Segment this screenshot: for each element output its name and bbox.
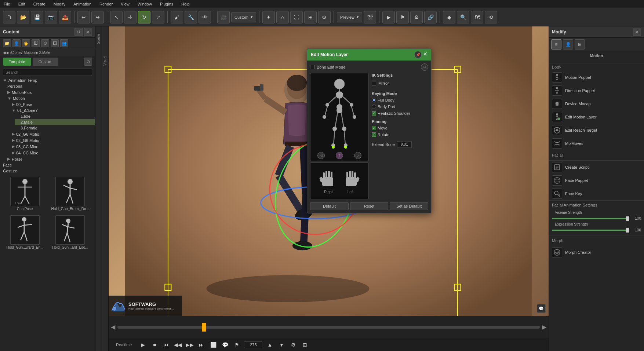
redo-button[interactable]: ↪ <box>91 11 104 23</box>
tree-00pose[interactable]: ▶ 00_Pose <box>0 101 95 107</box>
expression-thumb[interactable] <box>626 228 629 233</box>
tree-face[interactable]: Face <box>0 162 95 168</box>
play-button[interactable]: ▶ <box>138 340 147 349</box>
right-panel-close[interactable]: ✕ <box>633 28 641 36</box>
menu-view[interactable]: View <box>119 2 131 6</box>
face-puppet-item[interactable]: Face Puppet <box>549 174 644 187</box>
settings-button[interactable]: ⚙ <box>289 340 298 349</box>
frame-up[interactable]: ▲ <box>265 340 274 349</box>
realistic-shoulder-checkbox[interactable] <box>372 111 376 116</box>
fullscreen-button[interactable]: ⛶ <box>290 11 303 23</box>
frame-input[interactable] <box>244 341 262 348</box>
grid-item-holdgun1[interactable]: Hold_Gun_Break_Do... <box>48 175 92 212</box>
folder-icon[interactable]: 📁 <box>3 39 11 47</box>
loop-button[interactable]: ⬜ <box>209 340 218 349</box>
visual-label[interactable]: Visual <box>103 56 107 66</box>
options-icon[interactable]: ⊙ <box>84 58 92 66</box>
right-scroll[interactable]: Motion Body Motion Puppet Direction Pupp… <box>549 51 644 351</box>
menu-edit[interactable]: Edit <box>17 2 27 6</box>
menu-window[interactable]: Window <box>136 2 153 6</box>
media-icon[interactable]: 🎞 <box>51 39 59 47</box>
menu-modify[interactable]: Modify <box>52 2 67 6</box>
paint-button[interactable]: 🖌 <box>171 11 183 23</box>
grid-item-coolpose[interactable]: 7:00 CoolPose <box>3 175 47 212</box>
diamond-button[interactable]: ◆ <box>443 11 455 23</box>
time-icon[interactable]: ⏱ <box>41 39 49 47</box>
tree-03cc[interactable]: ▶ 03_CC Mixe <box>0 143 95 150</box>
content-scroll[interactable]: ▼ Animation Temp Persona ▶ MotionPlus ▼ … <box>0 77 95 351</box>
layout-button[interactable]: ⊞ <box>301 340 309 349</box>
timeline-track[interactable] <box>117 326 540 329</box>
grid-button[interactable]: ⊞ <box>304 11 317 23</box>
viseme-thumb[interactable] <box>626 216 629 221</box>
select-button[interactable]: ↖ <box>110 11 123 23</box>
mirror-checkbox[interactable] <box>372 81 376 85</box>
panel-close[interactable]: ✕ <box>84 28 92 36</box>
grid-item-holdgun2[interactable]: Hold_Gun...ward_En... <box>3 214 47 251</box>
light-button[interactable]: ✦ <box>262 11 275 23</box>
settings2-button[interactable]: ⚙ <box>318 11 331 23</box>
camera-button[interactable]: 🎥 <box>217 11 230 23</box>
open-button[interactable]: 📂 <box>17 11 29 23</box>
screenshot-button[interactable]: 📷 <box>45 11 57 23</box>
tree-3female[interactable]: 3.Female <box>15 125 95 131</box>
frame-down[interactable]: ▼ <box>277 340 286 349</box>
tree-animation-temp[interactable]: ▼ Animation Temp <box>0 77 95 83</box>
expression-track[interactable] <box>552 230 628 231</box>
tree-motionplus[interactable]: ▶ MotionPlus <box>0 89 95 95</box>
menu-plugins[interactable]: Plugins <box>159 2 175 6</box>
grid-item-holdgun3[interactable]: Hold_Gun...ard_Loo... <box>48 214 92 251</box>
video-button[interactable]: 🎬 <box>364 11 376 23</box>
export-button[interactable]: 📤 <box>59 11 71 23</box>
tree-gesture[interactable]: Gesture <box>0 168 95 174</box>
tree-motion[interactable]: ▼ Motion <box>0 95 95 101</box>
search-input[interactable] <box>3 69 92 76</box>
rotate-button[interactable]: ↻ <box>138 11 150 23</box>
prev-button[interactable]: ⏮ <box>162 340 171 349</box>
face-key-item[interactable]: Face Key <box>549 187 644 200</box>
magnet-button[interactable]: 🔧 <box>185 11 197 23</box>
create-script-item[interactable]: Create Script <box>549 161 644 174</box>
tree-02g6b[interactable]: ▶ 02_G6 Motio <box>0 137 95 143</box>
fullbody-radio[interactable] <box>372 98 376 102</box>
menu-animation[interactable]: Animation <box>72 2 93 6</box>
device-mocap-item[interactable]: Device Mocap <box>549 97 644 110</box>
anim1-button[interactable]: ▶ <box>382 11 395 23</box>
tree-04cc[interactable]: ▶ 04_CC Mixe <box>0 150 95 156</box>
eye-button[interactable]: 👁 <box>199 11 211 23</box>
scene-icon[interactable]: 🖼 <box>32 39 40 47</box>
hand-icon[interactable]: 🖐 <box>22 39 30 47</box>
bodypart-radio[interactable] <box>372 105 376 109</box>
menu-render[interactable]: Render <box>98 2 114 6</box>
default-button[interactable]: Default <box>310 202 349 210</box>
tree-01iclone7[interactable]: ▼ 01_iClone7 <box>0 107 95 113</box>
chat-button[interactable]: 💬 <box>221 340 229 349</box>
tree-horse[interactable]: ▶ Horse <box>0 156 95 162</box>
avatar-icon[interactable]: 👥 <box>60 39 68 47</box>
set-default-button[interactable]: Set as Default <box>390 202 428 210</box>
timeline-left-arrow[interactable]: ◀ <box>109 323 117 330</box>
tab-custom[interactable]: Custom <box>33 58 58 66</box>
skel-body-btn[interactable]: T <box>336 152 343 159</box>
zoom-button[interactable]: 🔍 <box>457 11 469 23</box>
anim2-button[interactable]: ⚑ <box>396 11 409 23</box>
bone-settings-icon[interactable]: ⚙ <box>421 63 428 71</box>
skel-right-btn[interactable]: ▷ <box>354 152 361 159</box>
comment-icon[interactable]: 💬 <box>537 304 546 313</box>
undo-button[interactable]: ↩ <box>77 11 90 23</box>
new-button[interactable]: 🗋 <box>3 11 15 23</box>
tree-persona[interactable]: Persona <box>0 83 95 89</box>
viewport[interactable]: Edit Motion Layer 📌 ✕ Bone Edit Mode ⚙ <box>109 26 549 316</box>
scene-label[interactable]: Scene <box>97 34 101 44</box>
timeline-right-arrow[interactable]: ▶ <box>540 323 549 330</box>
anim3-button[interactable]: ⚙ <box>410 11 423 23</box>
timeline-playhead[interactable] <box>202 323 206 332</box>
person-icon[interactable]: 👤 <box>12 39 21 47</box>
tree-02g6a[interactable]: ▶ 02_G6 Motio <box>0 131 95 137</box>
dialog-close[interactable]: ✕ <box>423 51 427 58</box>
tab-person[interactable]: 👤 <box>563 39 573 50</box>
move-button[interactable]: ✛ <box>124 11 137 23</box>
reset-button[interactable]: Reset <box>350 202 389 210</box>
edit-motion-layer-item[interactable]: ✏ Edit Motion Layer <box>549 110 644 124</box>
save-button[interactable]: 💾 <box>31 11 43 23</box>
